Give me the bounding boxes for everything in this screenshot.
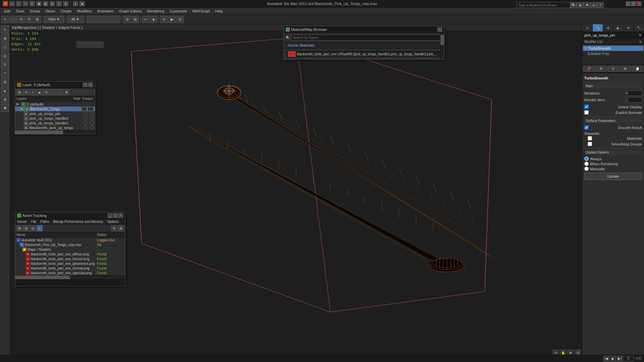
layer-settings-btn[interactable]: ⚙ [63,89,69,95]
menu-rendering[interactable]: Rendering [145,8,167,14]
asset-row-2[interactable]: M blacksmith_tools_part_one_diffuse.png … [15,252,125,256]
ts-always-radio[interactable] [584,157,589,161]
mat-browser-scrollbar[interactable] [440,34,444,59]
layer-row-2[interactable]: ▸ pick_up_tongs_pin [15,111,95,116]
menu-tools[interactable]: Tools [13,8,27,14]
layers-scrollbar[interactable] [15,130,95,134]
rtab-modify[interactable]: 🔧 [593,24,603,32]
toolbar-icon-1[interactable]: ⎒ [9,1,15,6]
asset-menu-file[interactable]: File [29,219,38,224]
viewport[interactable]: + [ Perspective ] [ Shaded + Edged Faces… [10,24,582,357]
select-region[interactable]: ⬚ [9,16,17,23]
asset-row-5[interactable]: M blacksmith_tools_part_one_normal.png F… [15,266,125,270]
material-editor[interactable]: ◈ [150,16,157,23]
asset-input[interactable] [16,281,124,285]
toolbar-icon-6[interactable]: ◧ [43,1,48,6]
modifier-editable-poly[interactable]: Editable Poly [583,51,643,56]
rtab-motion[interactable]: ▶ [613,24,624,32]
search-extra-1[interactable]: ⊞ [577,2,584,8]
layer-move-down-btn[interactable]: ↓ [57,89,63,95]
layers-scrollbar-thumb[interactable] [15,130,63,134]
ts-manually-radio[interactable] [584,167,589,171]
asset-menu-server[interactable]: Server [15,219,29,224]
menu-animation[interactable]: Animation [95,8,116,14]
material-browser-header[interactable]: Material/Map Browser × [284,26,444,33]
menu-modifiers[interactable]: Modifiers [74,8,95,14]
ts-update-button[interactable]: Update [584,173,642,180]
menu-help[interactable]: Help [213,8,226,14]
menu-graph-editors[interactable]: Graph Editors [116,8,145,14]
layer-row-4[interactable]: ▸ pick_up_tongs_handle1 [15,121,95,125]
asset-menu-bitmap[interactable]: Bitmap Performance and Memory [51,219,105,224]
left-tool-4[interactable]: ◎ [1,52,9,60]
ts-isoline-checkbox[interactable] [584,105,589,109]
layer-del-btn[interactable]: ✕ [23,89,29,95]
layer-add-obj-btn[interactable]: + [30,89,36,95]
render-frame[interactable]: ⊡ [176,16,184,23]
left-tool-9[interactable]: ⊕ [1,95,9,103]
ts-when-rendering-radio[interactable] [584,162,589,166]
search-input[interactable] [517,2,570,8]
menu-group[interactable]: Group [27,8,43,14]
asset-tb-refresh[interactable]: ↻ [111,225,117,231]
ts-render-iters-input[interactable] [625,97,642,103]
rotate-tool[interactable]: ↻ [25,16,33,23]
asset-tb-3[interactable]: ⊡ [30,225,36,231]
select-tool[interactable]: ↖ [1,16,9,23]
named-sel[interactable] [87,16,120,23]
toolbar-icon-2[interactable]: ↩ [16,1,21,6]
minimize-button[interactable]: _ [626,1,631,6]
next-frame-btn[interactable]: ▶| [617,356,623,362]
layer-row-0[interactable]: ▶ L 0 (default) [15,102,95,107]
rtab-hierarchy[interactable]: ⊕ [603,24,613,32]
rtab-display2[interactable]: 👁 [624,24,634,32]
toolbar-icon-4[interactable]: ⊡ [30,1,35,6]
layer-sel-btn[interactable]: ◈ [37,89,43,95]
asset-menu-paths[interactable]: Paths [39,219,51,224]
toolbar-icon-8[interactable]: ⊙ [56,1,62,6]
toolbar-icon-7[interactable]: ⊞ [50,1,55,6]
select-filter[interactable]: All ▼ [67,16,84,23]
frame-input[interactable] [624,356,634,361]
reference-coord[interactable]: View ▼ [44,16,64,23]
play-btn[interactable]: ▶ [610,356,616,362]
stack-paste-btn[interactable]: 📋 [632,66,643,72]
asset-maximize-btn[interactable]: □ [113,213,118,218]
asset-scrollbar[interactable] [15,275,125,279]
left-tool-10[interactable]: ✱ [1,104,9,112]
asset-tb-2[interactable]: ⊟ [23,225,29,231]
stack-pin-btn[interactable]: 📌 [583,66,594,72]
layer-row-1[interactable]: ▼ G Blacksmith_Tongs [15,107,95,111]
prev-frame-btn[interactable]: |◀ [603,356,609,362]
asset-minimize-btn[interactable]: _ [108,213,112,218]
toolbar-icon-3[interactable]: ↪ [23,1,28,6]
ts-smoothing-checkbox[interactable] [588,142,592,146]
asset-tb-1[interactable]: ⊞ [16,225,22,231]
menu-maxscript[interactable]: MAXScript [190,8,213,14]
search-extra-3[interactable]: ⊙ [590,2,597,8]
menu-create[interactable]: Create [58,8,74,14]
layer-row-3[interactable]: ▸ pick_up_tongs_handle2 [15,116,95,121]
asset-row-3[interactable]: M blacksmith_tools_part_one_frensel.png … [15,256,125,261]
left-tool-3[interactable]: ⬡ [1,43,9,51]
asset-row-6[interactable]: M blacksmith_tools_part_one_specular.png… [15,270,125,275]
asset-row-0[interactable]: V Autodesk Vault 2012 Logged Out [15,238,125,242]
asset-scroll-thumb[interactable] [15,276,70,279]
layer-row-5[interactable]: ▸ Blacksmith_pick_up_tongs [15,125,95,130]
ts-iterations-input[interactable] [625,90,642,96]
modifier-list-arrow[interactable]: ▼ [639,40,642,44]
stack-copy-btn[interactable]: ⊞ [620,66,631,72]
asset-row-1[interactable]: F Blacksmith_Pick_Up_Tongs_vray.max Ok [15,242,125,247]
material-browser-close[interactable]: × [437,27,442,32]
toolbar-icon-9[interactable]: ⊕ [63,1,68,6]
asset-tb-settings[interactable]: ⚙ [118,225,124,231]
material-search-input[interactable] [291,35,442,41]
left-tool-8[interactable]: ▲ [1,86,9,95]
ts-smooth-result-checkbox[interactable] [584,125,589,130]
move-tool[interactable]: ✛ [17,16,25,23]
menu-edit[interactable]: Edit [1,8,13,14]
left-tool-5[interactable]: ⊙ [1,60,9,68]
toolbar-icon-10[interactable]: ● [73,1,78,6]
modifier-dropdown-arrow[interactable]: ▼ [638,33,642,37]
layer-move-btn[interactable]: ↑ [50,89,56,95]
